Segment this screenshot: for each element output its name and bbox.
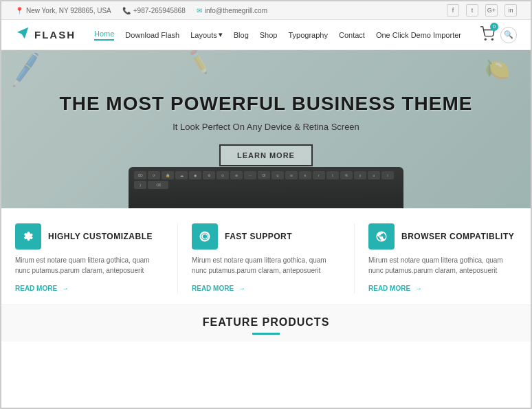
nav-layouts[interactable]: Layouts ▾ [190,30,223,39]
chevron-down-icon: ▾ [219,30,223,39]
feature-title-2: FAST SUPPORT [225,232,292,241]
read-more-2[interactable]: READ MORE → [192,285,245,292]
read-more-3[interactable]: READ MORE → [368,285,422,292]
nav-demo-importer[interactable]: One Click Demo Importer [376,31,461,39]
feature-icon-box-3 [368,223,395,250]
key: t [326,171,339,179]
key: ) [134,181,146,189]
googleplus-icon[interactable]: G+ [485,4,498,16]
key: ⌫ [148,181,168,189]
key: ⊕ [230,171,243,179]
feature-icon-box-1 [15,223,41,250]
hero-section: 🖊️ 🍋 ✏️ THE MOST POWERFUL BUSINESS THEME… [1,50,531,208]
features-section: HIGHLY CUSTOMIZABLE Mirum est notare qua… [1,208,531,305]
read-more-label-3: READ MORE [368,285,410,292]
key: ··· [244,171,256,179]
read-more-1[interactable]: READ MORE → [15,285,69,292]
key: u [368,171,380,179]
nav-contact[interactable]: Contact [339,31,365,39]
read-more-label-2: READ MORE [192,285,234,292]
feature-title-1: HIGHLY CUSTOMIZABLE [48,232,153,241]
nav-home[interactable]: Home [94,30,114,41]
key: r [313,171,325,179]
social-links: f t G+ in [447,4,517,16]
feature-text-1: Mirum est notare quam littera gothica, q… [15,255,164,276]
feature-divider-2 [354,223,355,294]
search-icon: 🔍 [504,30,513,39]
svg-point-0 [485,38,486,40]
navbar: FLASH Home Download Flash Layouts ▾ Blog… [1,20,531,50]
hero-cta-button[interactable]: LEARN MORE [219,144,313,166]
key: % [340,171,353,179]
key: i [381,171,394,179]
feature-header-3: BROWSER COMPATIBLITY [368,223,517,250]
phone-text: +987-265945868 [133,7,186,14]
feature-text-2: Mirum est notare quam littera gothica, q… [192,255,340,276]
arrow-icon-3: → [415,285,422,292]
key: w [285,171,298,179]
keyboard-keys: ⌦ ⟳ 🔒 ☁ ◉ ⚙ ⊙ ⊕ ··· Dl q w e r t % y u i… [129,167,403,193]
phone-item: 📞 +987-265945868 [122,7,186,14]
feature-products-section: FEATURE PRODUCTS [1,305,531,342]
key: ☁ [175,171,188,179]
email-text: info@themegrill.com [205,7,267,14]
hero-title: THE MOST POWERFUL BUSINESS THEME [60,93,473,115]
feature-browser: BROWSER COMPATIBLITY Mirum est notare qu… [368,223,517,294]
arrow-icon-2: → [239,285,245,292]
key: ⌦ [134,171,146,179]
cart-badge: 0 [490,23,498,31]
svg-point-1 [491,38,493,40]
facebook-icon[interactable]: f [447,4,459,16]
nav-shop[interactable]: Shop [260,31,278,39]
gear-icon [22,230,34,243]
feature-customizable: HIGHLY CUSTOMIZABLE Mirum est notare qua… [15,223,164,294]
feature-text-3: Mirum est notare quam littera gothica, q… [368,255,517,276]
nav-blog[interactable]: Blog [234,31,249,39]
feature-icon-box-2 [192,223,218,250]
key: q [271,171,284,179]
arrow-icon-1: → [62,285,69,292]
email-item: ✉ info@themegrill.com [197,7,267,14]
nav-typography[interactable]: Typography [288,31,327,39]
key: 🔒 [162,171,174,179]
nav-links: Home Download Flash Layouts ▾ Blog Shop … [94,30,461,41]
location-text: New York, NY 928865, USA [26,7,111,14]
support-icon [199,230,211,243]
key: e [299,171,311,179]
search-button[interactable]: 🔍 [500,27,517,43]
email-icon: ✉ [197,7,202,14]
top-bar-left: 📍 New York, NY 928865, USA 📞 +987-265945… [15,7,267,14]
top-bar: 📍 New York, NY 928865, USA 📞 +987-265945… [1,1,531,20]
keyboard-decoration: ⌦ ⟳ 🔒 ☁ ◉ ⚙ ⊙ ⊕ ··· Dl q w e r t % y u i… [129,167,403,208]
nav-download[interactable]: Download Flash [125,31,179,39]
feature-support: FAST SUPPORT Mirum est notare quam litte… [192,223,340,294]
logo-bird-icon [15,25,30,44]
hero-content: THE MOST POWERFUL BUSINESS THEME It Look… [60,93,473,166]
twitter-icon[interactable]: t [466,4,478,16]
feature-header-2: FAST SUPPORT [192,223,340,250]
linkedin-icon[interactable]: in [505,4,517,16]
phone-icon: 📞 [122,7,131,14]
logo[interactable]: FLASH [15,25,76,44]
key: ⚙ [203,171,215,179]
location-icon: 📍 [15,7,23,14]
nav-icons: 0 🔍 [480,26,517,44]
key: ⟳ [148,171,160,179]
feature-products-title: FEATURE PRODUCTS [15,316,517,329]
key: Dl [258,171,270,179]
cart-icon[interactable]: 0 [480,26,495,44]
feature-header-1: HIGHLY CUSTOMIZABLE [15,223,164,250]
key: y [354,171,366,179]
read-more-label-1: READ MORE [15,285,57,292]
location-item: 📍 New York, NY 928865, USA [15,7,111,14]
key: ◉ [189,171,201,179]
feature-products-underline [252,333,280,335]
hero-subtitle: It Look Perfect On Any Device & Retina S… [60,122,473,132]
key: ⊙ [217,171,229,179]
browser-icon [375,230,388,243]
logo-text: FLASH [34,29,76,41]
feature-title-3: BROWSER COMPATIBLITY [401,232,514,241]
feature-divider-1 [177,223,178,294]
